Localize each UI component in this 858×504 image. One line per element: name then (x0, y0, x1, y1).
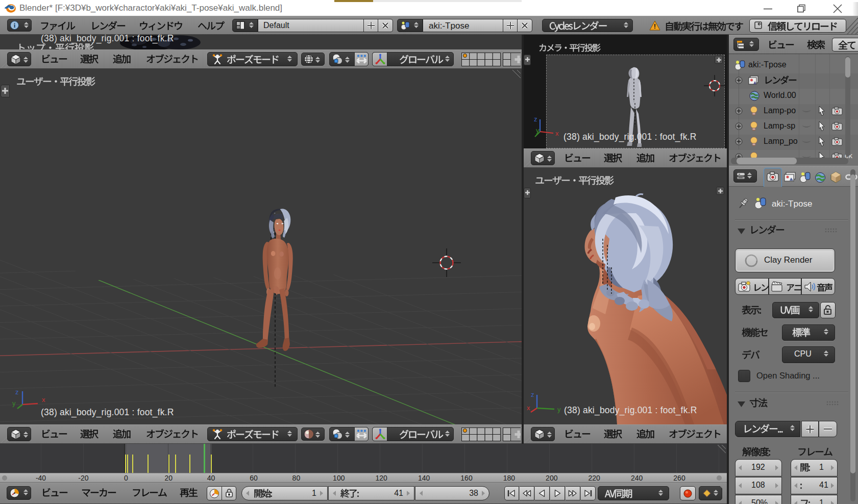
svg-text:!: ! (654, 22, 656, 30)
svg-text:x: x (555, 130, 559, 137)
svg-text:z: z (15, 388, 19, 396)
svg-text:y: y (557, 406, 561, 413)
svg-text:y: y (536, 127, 540, 134)
svg-text:y: y (12, 399, 16, 407)
svg-text:i: i (14, 21, 16, 29)
svg-text:x: x (42, 396, 45, 404)
svg-text:z: z (531, 391, 534, 398)
svg-text:x: x (527, 404, 530, 412)
svg-text:z: z (534, 115, 537, 123)
